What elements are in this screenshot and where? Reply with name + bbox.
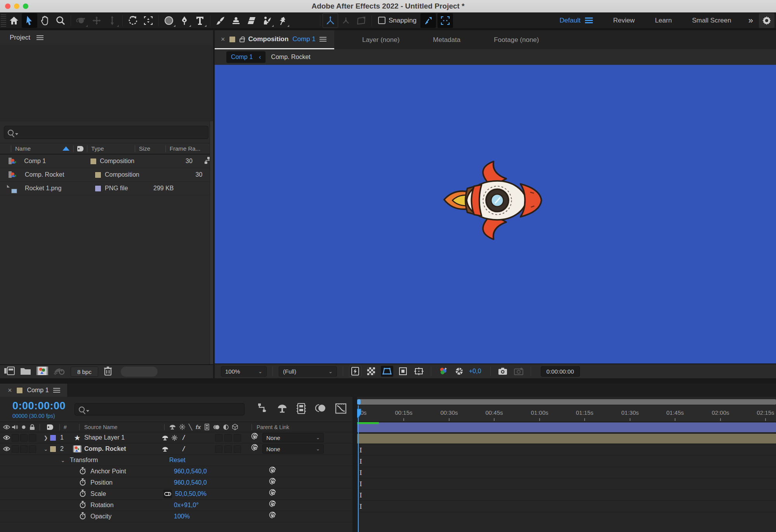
column-name[interactable]: Name <box>15 145 73 152</box>
layer-track-comp-rocket[interactable] <box>357 433 776 445</box>
graph-editor-icon[interactable] <box>335 403 346 415</box>
rotation-value[interactable]: 0x+91,0° <box>174 502 199 509</box>
column-frame-rate[interactable]: Frame Ra... <box>170 145 200 152</box>
column-source-name[interactable]: Source Name <box>84 424 164 430</box>
layer-duration-bar[interactable] <box>357 434 776 443</box>
tab-metadata[interactable]: Metadata <box>427 30 466 49</box>
workspace-menu-icon[interactable] <box>585 16 593 24</box>
layer-track-shape-layer-1[interactable] <box>357 422 776 433</box>
project-row-comp1[interactable]: Comp 1 Composition 30 <box>0 155 213 168</box>
view-axis-mode-button[interactable] <box>354 13 369 28</box>
lock-icon[interactable] <box>240 38 245 42</box>
work-area-start-handle[interactable] <box>357 399 361 405</box>
lock-toggle[interactable] <box>29 445 36 453</box>
stopwatch-icon[interactable] <box>80 512 86 521</box>
transform-group-row[interactable]: ⌄ Transform Reset <box>0 455 352 466</box>
track-row-transform[interactable]: I <box>357 445 776 456</box>
workspace-overflow-button[interactable]: » <box>741 16 759 26</box>
snap-along-edges-button[interactable] <box>420 13 436 28</box>
fast-previews-icon[interactable] <box>349 366 361 377</box>
transparency-grid-icon[interactable] <box>365 366 377 377</box>
track-row-scale[interactable]: I <box>357 478 776 490</box>
dolly-camera-tool[interactable] <box>104 13 120 28</box>
motion-blur-toggle[interactable] <box>215 445 222 453</box>
track-row-opacity[interactable]: I <box>357 501 776 512</box>
label-swatch[interactable] <box>95 185 101 192</box>
label-column-tag-icon[interactable] <box>47 424 53 430</box>
workspace-review[interactable]: Review <box>603 17 645 24</box>
quality-toggle[interactable]: / <box>179 445 188 453</box>
project-search-input[interactable] <box>4 126 208 139</box>
pan-camera-tool[interactable] <box>89 13 104 28</box>
property-pick-whip-icon[interactable] <box>269 501 276 510</box>
property-row-scale[interactable]: Scale 50,0,50,0% <box>0 489 352 500</box>
snapping-checkbox[interactable] <box>378 17 385 24</box>
stopwatch-icon[interactable] <box>80 467 86 476</box>
lock-column-icon[interactable] <box>28 423 36 431</box>
3d-toggle[interactable] <box>234 445 241 453</box>
track-row-rotation[interactable]: I <box>357 490 776 501</box>
workspace-default[interactable]: Default <box>550 16 603 24</box>
new-composition-icon[interactable] <box>36 366 48 377</box>
tab-layer[interactable]: Layer (none) <box>357 30 405 49</box>
pen-tool[interactable] <box>177 13 192 28</box>
adjustment-toggle[interactable] <box>224 445 232 453</box>
track-row-position[interactable]: I <box>357 467 776 478</box>
time-ruler[interactable]: 0:00s 00:15s 00:30s 00:45s 01:00s 01:15s… <box>357 405 776 422</box>
roto-brush-tool[interactable] <box>259 13 275 28</box>
camera-tool[interactable] <box>141 13 156 28</box>
render-engine-icon[interactable] <box>54 366 65 377</box>
project-scrollbar[interactable] <box>210 121 213 364</box>
constrain-proportions-link-icon[interactable] <box>163 490 172 498</box>
property-row-position[interactable]: Position 960,0,540,0 <box>0 477 352 489</box>
show-snapshot-icon[interactable] <box>512 366 525 377</box>
frame-blending-icon[interactable] <box>297 403 306 415</box>
scale-value[interactable]: 50,0,50,0% <box>175 490 207 497</box>
audio-toggle[interactable] <box>12 434 19 442</box>
property-row-rotation[interactable]: Rotation 0x+91,0° <box>0 500 352 511</box>
layer-row-shape-layer-1[interactable]: ❯ 1 ★ Shape Layer 1 / <box>0 432 352 443</box>
solo-toggle[interactable] <box>20 445 28 453</box>
selection-tool[interactable] <box>22 13 37 28</box>
composition-flowchart-icon[interactable] <box>258 403 268 415</box>
stopwatch-icon[interactable] <box>80 490 86 499</box>
composition-canvas[interactable] <box>215 65 776 363</box>
timeline-panel-menu-icon[interactable] <box>53 387 60 394</box>
preview-time-display[interactable]: 0:00:00:00 <box>541 366 580 377</box>
track-row-anchor-point[interactable]: I <box>357 456 776 467</box>
quality-toggle[interactable]: / <box>179 434 188 442</box>
transform-reset-link[interactable]: Reset <box>169 457 186 464</box>
delete-trash-icon[interactable] <box>104 366 112 377</box>
magnification-dropdown[interactable]: 100%⌄ <box>221 366 267 377</box>
column-parent-link[interactable]: Parent & Link <box>257 424 289 430</box>
exposure-value[interactable]: +0,0 <box>469 368 481 375</box>
timeline-tab-comp1[interactable]: × Comp 1 <box>0 384 67 397</box>
anchor-point-value[interactable]: 960,0,540,0 <box>174 468 207 475</box>
layer-row-comp-rocket[interactable]: ⌄ 2 Comp. Rocket / <box>0 443 352 455</box>
label-swatch[interactable] <box>90 158 97 165</box>
property-row-anchor-point[interactable]: Anchor Point 960,0,540,0 <box>0 466 352 477</box>
adjustment-toggle[interactable] <box>224 434 232 442</box>
resolution-dropdown[interactable]: (Full)⌄ <box>279 366 337 377</box>
breadcrumb-parent-comp[interactable]: Comp. Rocket <box>271 54 310 61</box>
solo-column-icon[interactable] <box>19 423 28 431</box>
position-value[interactable]: 960,0,540,0 <box>174 479 207 486</box>
column-layer-number[interactable]: # <box>64 424 79 430</box>
take-snapshot-icon[interactable] <box>497 366 509 377</box>
parent-pick-whip-icon[interactable] <box>251 433 259 442</box>
local-axis-mode-button[interactable] <box>323 13 338 28</box>
new-folder-icon[interactable] <box>20 367 31 377</box>
interpret-footage-icon[interactable] <box>4 367 15 377</box>
playhead-line[interactable] <box>358 405 359 532</box>
hand-tool[interactable] <box>37 13 53 28</box>
world-axis-mode-button[interactable] <box>338 13 354 28</box>
project-row-comp-rocket[interactable]: Comp. Rocket Composition 30 <box>0 168 213 182</box>
expand-layer-chevron-icon[interactable]: ❯ <box>42 435 50 441</box>
column-type[interactable]: Type <box>91 145 135 152</box>
current-time-display[interactable]: 0:00:00:00 00000 (30.00 fps) <box>12 400 71 419</box>
shy-toggle[interactable] <box>160 447 170 452</box>
opacity-value[interactable]: 100% <box>174 513 190 520</box>
search-options-chevron-icon[interactable] <box>86 410 89 412</box>
solo-toggle[interactable] <box>20 434 28 442</box>
eraser-tool[interactable] <box>244 13 259 28</box>
